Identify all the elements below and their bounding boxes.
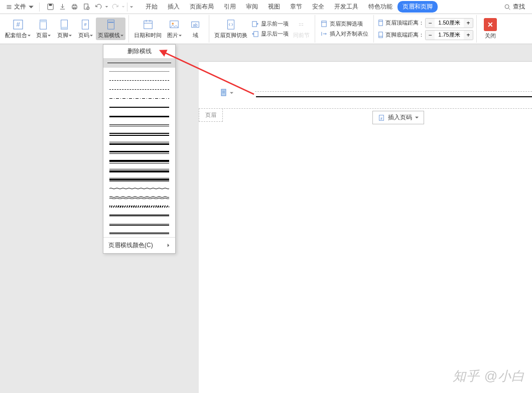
picture-button[interactable]: 图片 <box>164 18 185 40</box>
decrease-button[interactable]: − <box>426 31 435 40</box>
svg-rect-1 <box>49 4 52 6</box>
tab-references[interactable]: 引用 <box>219 1 241 13</box>
page-footer-icon <box>58 19 70 31</box>
line-style-thick-thin[interactable] <box>109 151 169 154</box>
save-icon[interactable] <box>45 2 56 13</box>
svg-line-40 <box>164 52 254 94</box>
svg-text:#: # <box>380 116 382 120</box>
line-style-emboss[interactable] <box>109 223 169 226</box>
print-preview-icon[interactable] <box>81 2 92 13</box>
line-style-double-thick[interactable] <box>109 133 169 136</box>
footer-button[interactable]: 页脚 <box>54 18 75 40</box>
field-button[interactable]: ab 域 <box>185 18 206 40</box>
date-time-button[interactable]: 日期和时间 <box>132 18 164 40</box>
top-margin-spinner[interactable]: − + <box>425 18 473 28</box>
overflow-icon[interactable] <box>129 5 134 9</box>
svg-point-7 <box>505 5 509 9</box>
file-menu[interactable]: 文件 <box>3 2 37 12</box>
ribbon: # 配套组合 页眉 页脚 # 页码 页眉横线 日期和时间 图片 ab <box>0 14 532 44</box>
page-number-icon: # <box>378 114 385 121</box>
switch-icon <box>225 19 237 31</box>
bottom-margin-input[interactable] <box>435 31 464 40</box>
next-icon <box>251 30 259 38</box>
template-combo-button[interactable]: # 配套组合 <box>3 18 33 40</box>
print-icon[interactable] <box>69 2 80 13</box>
chevron-right-icon <box>167 244 170 247</box>
top-margin-input[interactable] <box>435 19 464 28</box>
show-previous-button[interactable]: 显示前一项 <box>249 19 291 29</box>
picture-icon <box>168 19 180 31</box>
line-style-triple[interactable] <box>109 178 169 181</box>
header-footer-options-button[interactable]: 页眉页脚选项 <box>318 19 370 29</box>
file-menu-label: 文件 <box>14 3 26 11</box>
svg-rect-16 <box>107 20 114 29</box>
line-style-engrave[interactable] <box>109 232 169 235</box>
tab-header-footer[interactable]: 页眉和页脚 <box>397 1 438 13</box>
prev-icon <box>251 20 259 28</box>
close-icon: ✕ <box>484 18 497 31</box>
svg-rect-29 <box>322 21 326 27</box>
decrease-button[interactable]: − <box>426 19 435 28</box>
line-style-wave[interactable] <box>109 187 169 190</box>
line-style-double-wave[interactable] <box>109 196 169 199</box>
line-style-diagonal[interactable] <box>109 205 169 208</box>
field-icon: ab <box>189 19 201 31</box>
insert-page-number-button[interactable]: # 插入页码 <box>372 111 424 124</box>
search-label: 查找 <box>513 3 525 11</box>
same-as-previous-button[interactable]: 同前节 <box>291 18 312 40</box>
redo-icon[interactable] <box>109 2 120 13</box>
tab-features[interactable]: 特色功能 <box>363 1 397 13</box>
ribbon-tabs: 开始 插入 页面布局 引用 审阅 视图 章节 安全 开发工具 特色功能 页眉和页… <box>141 1 500 13</box>
tab-page-layout[interactable]: 页面布局 <box>185 1 219 13</box>
show-next-button[interactable]: 显示后一项 <box>249 29 291 39</box>
svg-text:ab: ab <box>193 23 198 28</box>
line-style-thick-thin-2[interactable] <box>109 160 169 163</box>
line-style-thin-thick[interactable] <box>109 142 169 145</box>
options-icon <box>320 20 328 28</box>
tab-view[interactable]: 视图 <box>263 1 285 13</box>
quick-access-toolbar <box>45 2 134 13</box>
line-style-gradient[interactable] <box>109 214 169 217</box>
header-line-button[interactable]: 页眉横线 <box>96 18 125 40</box>
chevron-down-icon[interactable] <box>121 5 125 9</box>
tab-start[interactable]: 开始 <box>141 1 163 13</box>
page-header-icon <box>37 19 49 31</box>
increase-button[interactable]: + <box>464 19 473 28</box>
svg-rect-31 <box>379 20 383 26</box>
page-number-icon: # <box>79 19 91 31</box>
line-style-thick[interactable] <box>109 115 169 118</box>
watermark: 知乎 @小白 <box>453 367 525 385</box>
svg-rect-11 <box>40 20 47 23</box>
export-icon[interactable] <box>57 2 68 13</box>
insert-align-tab-button[interactable]: 插入对齐制表位 <box>318 29 370 39</box>
svg-text:#: # <box>16 21 20 28</box>
line-style-medium[interactable] <box>109 106 169 109</box>
chevron-down-icon <box>415 116 419 119</box>
top-margin-label: 页眉顶端距离： <box>385 19 424 27</box>
tab-security[interactable]: 安全 <box>307 1 329 13</box>
svg-rect-33 <box>379 32 383 38</box>
undo-icon[interactable] <box>93 2 104 13</box>
svg-point-23 <box>172 23 174 25</box>
tab-insert[interactable]: 插入 <box>163 1 185 13</box>
tab-review[interactable]: 审阅 <box>241 1 263 13</box>
increase-button[interactable]: + <box>464 31 473 40</box>
document-canvas <box>199 61 532 393</box>
close-header-footer-button[interactable]: ✕ 关闭 <box>480 17 501 41</box>
page-number-button[interactable]: # 页码 <box>75 18 96 40</box>
bottom-margin-spinner[interactable]: − + <box>425 30 473 40</box>
search-button[interactable]: 查找 <box>500 2 529 12</box>
chevron-down-icon[interactable] <box>105 5 108 9</box>
search-icon <box>504 4 511 11</box>
header-region-label: 页眉 <box>199 108 223 122</box>
header-button[interactable]: 页眉 <box>33 18 54 40</box>
tab-sections[interactable]: 章节 <box>285 1 307 13</box>
line-color-item[interactable]: 页眉横线颜色(C) <box>103 237 175 253</box>
header-footer-switch-button[interactable]: 页眉页脚切换 <box>212 18 249 40</box>
svg-rect-13 <box>61 27 68 30</box>
tab-developer[interactable]: 开发工具 <box>329 1 363 13</box>
line-style-thin-thick-2[interactable] <box>109 169 169 172</box>
bottom-margin-icon <box>377 31 384 39</box>
svg-rect-5 <box>84 4 88 9</box>
line-style-double-thin[interactable] <box>109 124 169 127</box>
